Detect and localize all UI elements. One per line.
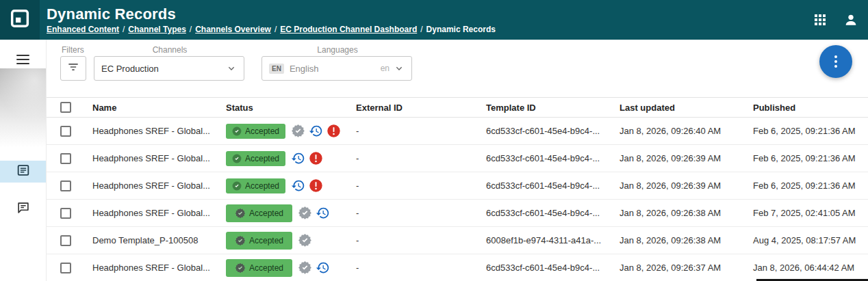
breadcrumb-separator: /	[275, 25, 277, 34]
verified-seal-icon[interactable]	[298, 233, 312, 247]
row-status-cell: Accepted	[226, 232, 356, 250]
app-logo-button[interactable]	[0, 0, 40, 40]
status-badge: Accepted	[226, 178, 285, 193]
row-checkbox[interactable]	[60, 208, 71, 219]
sidebar-gradient-image	[0, 68, 46, 147]
row-external-id: -	[356, 208, 486, 218]
topbar-actions	[815, 0, 868, 40]
row-checkbox[interactable]	[60, 126, 71, 137]
version-history-icon[interactable]	[309, 124, 323, 138]
user-icon[interactable]	[843, 12, 858, 27]
column-header-name[interactable]: Name	[92, 103, 226, 113]
app-root: Dynamic Records Enhanced Content/Channel…	[0, 0, 868, 281]
breadcrumb-link[interactable]: Channel Types	[128, 25, 186, 34]
select-all-checkbox[interactable]	[60, 102, 71, 113]
status-badge-label: Accepted	[249, 236, 283, 245]
table-row: Demo Template_P-100508 Accepted - 6008ef…	[47, 227, 868, 254]
row-last-updated: Jan 8, 2026, 09:26:37 AM	[620, 263, 753, 273]
column-header-status[interactable]: Status	[226, 103, 356, 113]
row-external-id: -	[356, 126, 486, 136]
breadcrumb: Enhanced Content/Channel Types/Channels …	[47, 25, 496, 34]
verified-seal-icon[interactable]	[298, 206, 312, 220]
error-alert-icon[interactable]	[309, 151, 323, 165]
filter-button[interactable]	[60, 56, 86, 81]
filter-bar: Filters Channels EC Production Languages…	[47, 40, 868, 97]
breadcrumb-separator: /	[420, 25, 422, 34]
row-published: Feb 6, 2025, 09:21:36 AM	[753, 180, 868, 191]
version-history-icon[interactable]	[291, 178, 305, 193]
column-header-published[interactable]: Published	[753, 103, 868, 113]
row-name[interactable]: Demo Template_P-100508	[92, 235, 226, 245]
row-status-cell: Accepted	[226, 151, 356, 166]
breadcrumb-separator: /	[190, 25, 192, 34]
row-last-updated: Jan 8, 2026, 09:26:38 AM	[620, 235, 753, 245]
channels-label: Channels	[94, 45, 244, 55]
chat-bubble-icon	[16, 200, 31, 218]
status-badge: Accepted	[226, 124, 285, 139]
error-alert-icon[interactable]	[327, 124, 341, 138]
row-published: Feb 7, 2025, 02:41:05 AM	[753, 208, 868, 218]
table-row: Headphones SREF - Global... Accepted - 6…	[47, 172, 868, 200]
check-circle-icon	[232, 181, 242, 191]
breadcrumb-link[interactable]: Channels Overview	[195, 25, 271, 34]
languages-label: Languages	[261, 45, 412, 55]
verified-seal-icon[interactable]	[291, 124, 305, 138]
version-history-icon[interactable]	[316, 260, 330, 275]
chevron-down-icon	[226, 63, 237, 74]
sidebar-item-records[interactable]	[0, 161, 46, 183]
column-header-external-id[interactable]: External ID	[356, 103, 486, 113]
apps-grid-icon[interactable]	[815, 14, 826, 25]
row-name[interactable]: Headphones SREF - Global...	[92, 153, 226, 163]
breadcrumb-link[interactable]: Enhanced Content	[47, 25, 119, 34]
row-published: Aug 4, 2025, 08:17:57 AM	[753, 235, 868, 245]
check-circle-icon	[235, 235, 246, 246]
row-template-id: 6cd533cf-c601-45e4-b9c4-...	[486, 126, 620, 136]
table-row: Headphones SREF - Global... Accepted - 6…	[47, 254, 868, 281]
table-row: Headphones SREF - Global... Accepted - 6…	[47, 145, 868, 172]
status-badge-label: Accepted	[245, 154, 279, 163]
row-external-id: -	[356, 180, 486, 191]
row-published: Feb 6, 2025, 09:21:36 AM	[753, 126, 868, 136]
row-name[interactable]: Headphones SREF - Global...	[92, 126, 226, 136]
row-name[interactable]: Headphones SREF - Global...	[92, 180, 226, 191]
row-status-cell: Accepted	[226, 204, 356, 222]
status-icons	[298, 233, 312, 247]
row-checkbox[interactable]	[60, 263, 71, 273]
records-list-icon	[16, 163, 31, 180]
check-circle-icon	[235, 208, 246, 219]
column-header-template-id[interactable]: Template ID	[486, 103, 620, 113]
row-status-cell: Accepted	[226, 178, 356, 193]
row-checkbox[interactable]	[60, 153, 71, 164]
status-icons	[291, 124, 341, 138]
languages-group: Languages EN English en	[261, 45, 412, 81]
row-name[interactable]: Headphones SREF - Global...	[92, 263, 226, 273]
row-last-updated: Jan 8, 2026, 09:26:40 AM	[620, 126, 753, 136]
hamburger-menu-icon[interactable]	[16, 55, 29, 64]
status-badge-label: Accepted	[245, 181, 279, 191]
more-actions-fab[interactable]	[819, 45, 852, 78]
breadcrumb-link[interactable]: EC Production Channel Dashboard	[280, 25, 417, 34]
row-checkbox[interactable]	[60, 235, 71, 246]
check-circle-icon	[232, 154, 242, 163]
breadcrumb-current: Dynamic Records	[426, 25, 496, 34]
column-header-last-updated[interactable]: Last updated	[620, 103, 753, 113]
status-icons	[298, 260, 330, 275]
row-checkbox[interactable]	[60, 180, 71, 191]
version-history-icon[interactable]	[291, 151, 305, 165]
verified-seal-icon[interactable]	[298, 260, 312, 275]
channels-select[interactable]: EC Production	[94, 56, 244, 81]
table-row: Headphones SREF - Global... Accepted - 6…	[47, 118, 868, 145]
channels-group: Channels EC Production	[94, 45, 244, 81]
row-template-id: 6cd533cf-c601-45e4-b9c4-...	[486, 263, 620, 273]
languages-select[interactable]: EN English en	[261, 56, 412, 81]
row-template-id: 6cd533cf-c601-45e4-b9c4-...	[486, 153, 620, 163]
filters-label: Filters	[60, 45, 86, 55]
row-template-id: 6008ef1b-e974-4311-a41a-...	[486, 235, 620, 245]
check-circle-icon	[232, 126, 242, 136]
filter-list-icon	[66, 60, 80, 77]
app-logo-icon	[9, 8, 31, 32]
error-alert-icon[interactable]	[309, 178, 323, 193]
sidebar-item-chat[interactable]	[0, 198, 46, 220]
row-name[interactable]: Headphones SREF - Global...	[92, 208, 226, 218]
version-history-icon[interactable]	[316, 206, 330, 220]
